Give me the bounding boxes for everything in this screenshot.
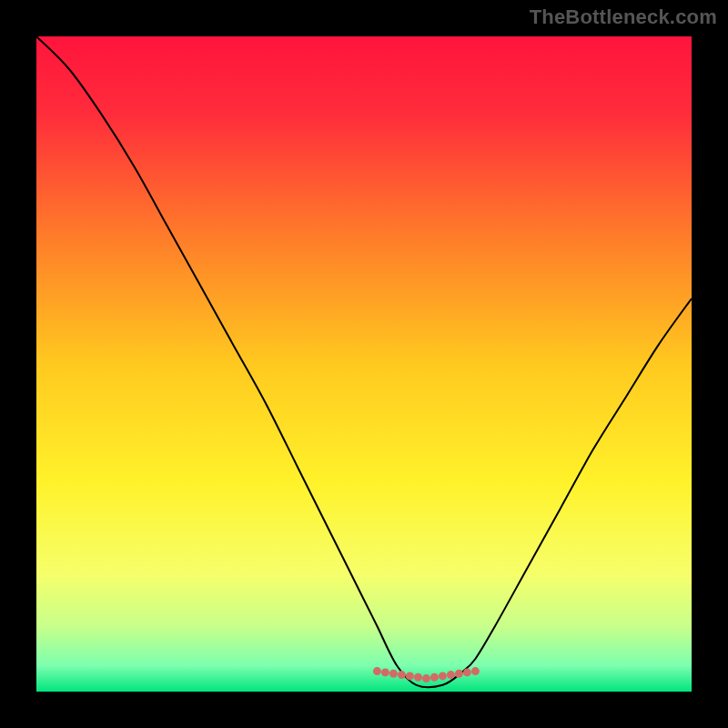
svg-point-6 — [422, 674, 430, 682]
svg-point-9 — [447, 671, 455, 679]
svg-point-5 — [414, 673, 422, 682]
svg-point-7 — [430, 673, 439, 682]
chart-frame: TheBottleneck.com — [0, 0, 728, 728]
svg-point-4 — [406, 672, 414, 680]
svg-point-0 — [373, 667, 381, 675]
watermark-text: TheBottleneck.com — [530, 5, 717, 29]
gradient-background — [36, 36, 692, 692]
svg-point-3 — [398, 671, 406, 679]
svg-point-10 — [455, 670, 463, 678]
svg-point-2 — [389, 670, 398, 678]
svg-point-1 — [381, 668, 389, 676]
chart-plot-area — [36, 36, 692, 692]
svg-point-11 — [463, 668, 471, 676]
svg-point-8 — [439, 672, 447, 680]
chart-svg — [36, 36, 692, 692]
svg-point-12 — [471, 667, 480, 675]
